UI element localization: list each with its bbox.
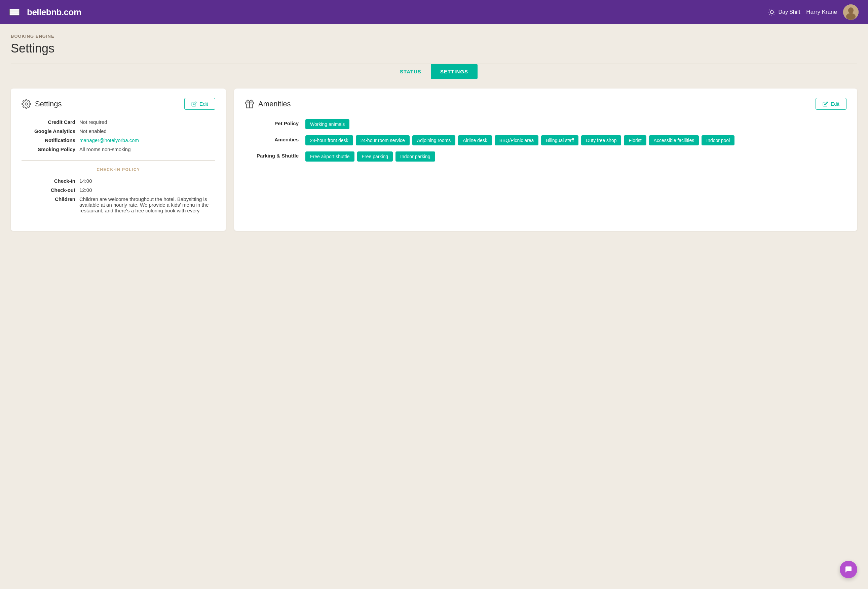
logo: bellebnb.com: [27, 7, 81, 18]
pencil-icon-2: [822, 101, 828, 107]
parking-shuttle-tags: Free airport shuttle Free parking Indoor…: [306, 151, 435, 161]
smoking-policy-value: All rooms non-smoking: [80, 147, 215, 152]
tag-indoor-pool: Indoor pool: [701, 135, 735, 145]
amenities-label: Amenities: [245, 135, 299, 142]
pencil-icon: [191, 101, 197, 107]
checkin-fields: Check-in 14:00 Check-out 12:00 Children …: [22, 178, 215, 213]
svg-point-0: [771, 10, 774, 13]
tag-24h-front-desk: 24-hour front desk: [306, 135, 353, 145]
sun-icon: [768, 9, 775, 16]
tag-24h-room-service: 24-hour room service: [356, 135, 410, 145]
svg-line-8: [774, 10, 774, 10]
gear-icon: [22, 99, 31, 109]
tag-florist: Florist: [624, 135, 646, 145]
tag-airline-desk: Airline desk: [458, 135, 492, 145]
chat-button[interactable]: [840, 561, 857, 578]
tab-status[interactable]: STATUS: [390, 64, 431, 79]
svg-line-3: [769, 10, 770, 10]
breadcrumb: BOOKING ENGINE: [11, 34, 857, 39]
parking-shuttle-row: Parking & Shuttle Free airport shuttle F…: [245, 151, 846, 161]
tab-settings[interactable]: SETTINGS: [431, 64, 478, 79]
credit-card-value: Not required: [80, 119, 215, 125]
amenities-card-title: Amenities: [258, 100, 291, 108]
svg-line-7: [769, 14, 770, 15]
settings-card: Settings Edit Credit Card Not required G…: [11, 89, 226, 231]
children-value: Children are welcome throughout the hote…: [80, 196, 215, 213]
header-left: bellebnb.com: [9, 7, 81, 18]
checkin-value: 14:00: [80, 178, 215, 184]
amenities-card: Amenities Edit Pet Policy Working animal…: [234, 89, 857, 231]
shift-label: Day Shift: [778, 9, 800, 15]
checkout-label: Check-out: [22, 187, 75, 193]
checkin-label: Check-in: [22, 178, 75, 184]
children-label: Children: [22, 196, 75, 213]
tag-accessible-facilities: Accessible facilities: [649, 135, 699, 145]
settings-card-header: Settings Edit: [22, 98, 215, 110]
svg-point-11: [846, 13, 856, 20]
notifications-label: Notifications: [22, 137, 75, 143]
amenities-card-header: Amenities Edit: [245, 98, 846, 110]
day-shift: Day Shift: [768, 9, 800, 16]
checkout-value: 12:00: [80, 187, 215, 193]
tag-indoor-parking: Indoor parking: [396, 151, 435, 161]
svg-point-12: [25, 103, 28, 105]
tag-bilingual-staff: Bilingual staff: [541, 135, 579, 145]
svg-line-4: [774, 14, 774, 15]
settings-fields: Credit Card Not required Google Analytic…: [22, 119, 215, 152]
settings-title-group: Settings: [22, 99, 62, 109]
user-name: Harry Krane: [806, 9, 837, 15]
amenities-edit-button[interactable]: Edit: [816, 98, 846, 110]
svg-point-10: [848, 7, 853, 13]
tag-duty-free: Duty free shop: [581, 135, 621, 145]
amenities-title-group: Amenities: [245, 99, 291, 109]
tag-working-animals: Working animals: [306, 119, 350, 129]
parking-shuttle-label: Parking & Shuttle: [245, 151, 299, 158]
settings-edit-button[interactable]: Edit: [184, 98, 215, 110]
header-right: Day Shift Harry Krane: [768, 4, 859, 20]
checkin-section-label: CHECK-IN POLICY: [22, 167, 215, 172]
credit-card-label: Credit Card: [22, 119, 75, 125]
tag-adjoining-rooms: Adjoining rooms: [412, 135, 455, 145]
cards-row: Settings Edit Credit Card Not required G…: [11, 89, 857, 231]
google-analytics-value: Not enabled: [80, 128, 215, 134]
chat-icon: [844, 565, 853, 574]
smoking-policy-label: Smoking Policy: [22, 147, 75, 152]
amenities-row: Amenities 24-hour front desk 24-hour roo…: [245, 135, 846, 145]
tag-free-airport-shuttle: Free airport shuttle: [306, 151, 354, 161]
avatar-image: [843, 4, 859, 20]
hamburger-menu[interactable]: [9, 9, 19, 15]
tabs-row: STATUS SETTINGS: [11, 64, 857, 79]
tag-bbq-picnic: BBQ/Picnic area: [495, 135, 539, 145]
settings-card-title: Settings: [35, 100, 62, 108]
header: bellebnb.com Day Shift Harry Krane: [0, 0, 868, 24]
pet-policy-label: Pet Policy: [245, 119, 299, 126]
amenities-tags: 24-hour front desk 24-hour room service …: [306, 135, 735, 145]
google-analytics-label: Google Analytics: [22, 128, 75, 134]
notifications-value: manager@hotelyorba.com: [80, 137, 215, 143]
pet-policy-row: Pet Policy Working animals: [245, 119, 846, 129]
checkin-divider: [22, 160, 215, 161]
gift-icon: [245, 99, 254, 109]
page-title: Settings: [11, 41, 857, 56]
tag-free-parking: Free parking: [357, 151, 393, 161]
avatar: [843, 4, 859, 20]
main-content: BOOKING ENGINE Settings STATUS SETTINGS …: [0, 24, 868, 240]
pet-policy-tags: Working animals: [306, 119, 350, 129]
